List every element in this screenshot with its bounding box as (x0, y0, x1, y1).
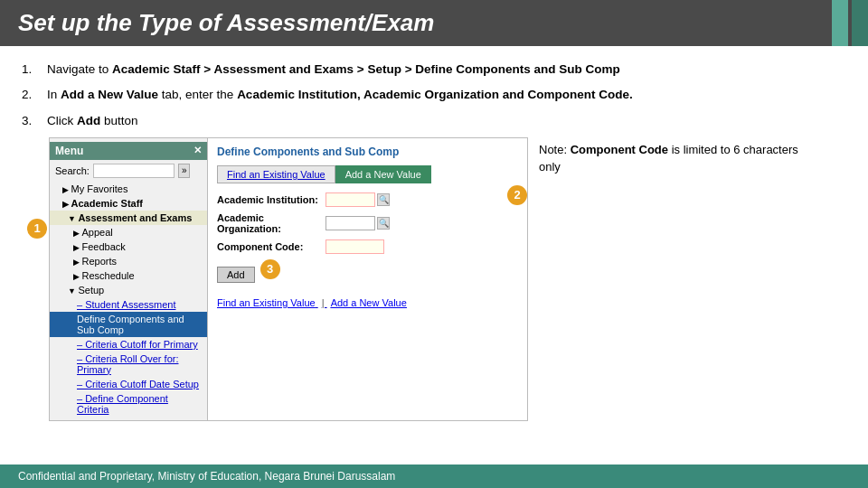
tabs-row: Find an Existing Value Add a New Value (217, 165, 518, 183)
menu-close-icon[interactable]: ✕ (193, 145, 202, 156)
menu-item-define-components[interactable]: Define Components and Sub Comp (50, 312, 207, 337)
link-separator: | (322, 297, 327, 308)
search-row: Search: » (50, 160, 207, 182)
page-title: Set up the Type of Assessment/Exam (18, 9, 434, 37)
menu-title-bar: Menu ✕ (50, 142, 207, 160)
step-3-text: Click Add button (47, 112, 846, 130)
menu-item-criteria-cutoff-date[interactable]: – Criteria Cutoff Date Setup (50, 377, 207, 391)
footer-text: Confidential and Proprietary, Ministry o… (18, 470, 395, 483)
form-label-organization: Academic Organization: (217, 212, 326, 234)
step-3-num: 3. (22, 112, 47, 130)
step-3-bold: Add (77, 114, 100, 127)
panel-title: Define Components and Sub Comp (217, 145, 518, 158)
arrow-right-icon (73, 227, 82, 238)
menu-item-setup[interactable]: ▼ Setup (50, 283, 207, 297)
accent-bar-1 (832, 0, 848, 46)
note-box: Note: Component Code is limited to 6 cha… (539, 141, 819, 421)
circle-3: 3 (260, 259, 280, 279)
form-row-institution: Academic Institution: 🔍 (217, 192, 518, 207)
component-code-input[interactable] (326, 239, 384, 254)
tab-add-new-value[interactable]: Add a New Value (335, 165, 431, 183)
arrow-right-icon (73, 256, 82, 267)
accent-bar-2 (852, 0, 868, 46)
arrow-right-icon (73, 241, 82, 252)
search-go-button[interactable]: » (178, 164, 191, 178)
form-row-organization: Academic Organization: 🔍 (217, 212, 518, 234)
step-3: 3. Click Add button (22, 112, 846, 130)
step-2-text: In Add a New Value tab, enter the Academ… (47, 86, 846, 104)
arrow-right-icon (62, 183, 71, 194)
mock-screen: Menu ✕ Search: » My Favorites Academic S… (49, 137, 528, 421)
page-footer: Confidential and Proprietary, Ministry o… (0, 465, 868, 488)
circle-2: 2 (507, 185, 527, 205)
organization-input[interactable] (326, 216, 375, 230)
menu-item-reports[interactable]: Reports (50, 254, 207, 268)
note-label: Note: Component Code is limited to 6 cha… (539, 143, 798, 174)
circle-1: 1 (27, 219, 47, 239)
menu-panel: Menu ✕ Search: » My Favorites Academic S… (50, 138, 208, 420)
tab-find-existing[interactable]: Find an Existing Value (217, 165, 335, 183)
arrow-right-icon (62, 198, 71, 209)
arrow-right-icon (73, 270, 82, 281)
step-2-num: 2. (22, 86, 47, 104)
menu-item-assessment-exams[interactable]: ▼ Assessment and Exams (50, 211, 207, 225)
bottom-links: Find an Existing Value | Add a New Value (217, 297, 518, 308)
step-1: 1. Navigate to Academic Staff > Assessme… (22, 61, 846, 79)
menu-item-student-assessment[interactable]: – Student Assessment (50, 297, 207, 312)
search-label: Search: (55, 165, 90, 176)
step-2-bold-1: Add a New Value (61, 88, 158, 101)
institution-input[interactable] (326, 192, 375, 207)
page-header: Set up the Type of Assessment/Exam (0, 0, 868, 46)
menu-item-define-component-criteria[interactable]: – Define Component Criteria (50, 391, 207, 417)
menu-search-input[interactable] (93, 164, 175, 178)
menu-title: Menu (55, 145, 83, 157)
step-2-bold-2: Academic Institution, Academic Organizat… (237, 88, 633, 101)
main-content: 1. Navigate to Academic Staff > Assessme… (0, 46, 868, 488)
menu-item-favorites[interactable]: My Favorites (50, 182, 207, 196)
form-label-institution: Academic Institution: (217, 194, 326, 205)
add-button[interactable]: Add (217, 267, 255, 283)
menu-item-reschedule[interactable]: Reschedule (50, 268, 207, 283)
bottom-add-link[interactable]: Add a New Value (331, 297, 407, 308)
menu-item-feedback[interactable]: Feedback (50, 239, 207, 254)
form-label-component-code: Component Code: (217, 241, 326, 252)
step-1-num: 1. (22, 61, 47, 79)
menu-item-criteria-rollover[interactable]: – Criteria Roll Over for: Primary (50, 352, 207, 377)
step-1-text: Navigate to Academic Staff > Assessment … (47, 61, 846, 79)
note-bold: Component Code (571, 143, 668, 156)
header-accent-decoration (832, 0, 868, 46)
screenshot-area: 1 Menu ✕ Search: » My Favorites (22, 137, 846, 421)
menu-item-academic-staff[interactable]: Academic Staff (50, 196, 207, 211)
step-2: 2. In Add a New Value tab, enter the Aca… (22, 86, 846, 104)
organization-search-icon[interactable]: 🔍 (377, 217, 390, 230)
step-1-bold: Academic Staff > Assessment and Exams > … (112, 62, 620, 76)
menu-item-appeal[interactable]: Appeal (50, 225, 207, 239)
right-panel: Define Components and Sub Comp Find an E… (208, 138, 527, 420)
institution-search-icon[interactable]: 🔍 (377, 193, 390, 206)
menu-item-criteria-cutoff[interactable]: – Criteria Cutoff for Primary (50, 337, 207, 352)
bottom-find-link[interactable]: Find an Existing Value (217, 297, 316, 308)
page-wrapper: Set up the Type of Assessment/Exam 1. Na… (0, 0, 868, 488)
form-row-component-code: Component Code: (217, 239, 518, 254)
